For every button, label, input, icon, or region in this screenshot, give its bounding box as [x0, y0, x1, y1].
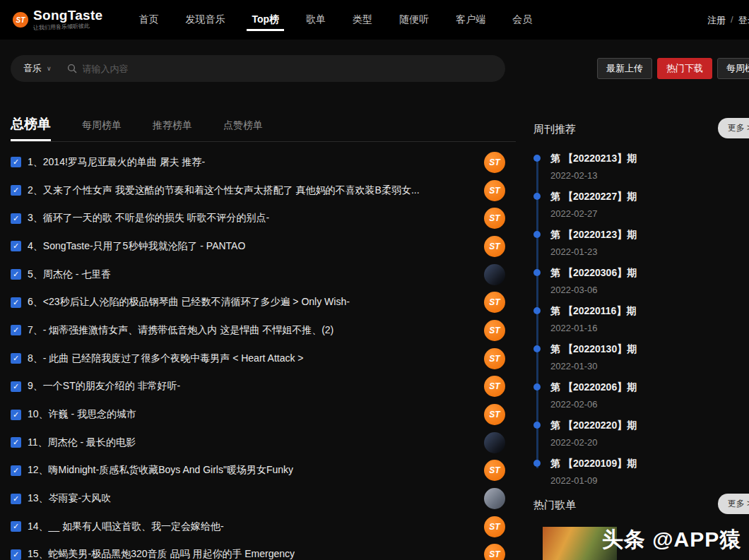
song-checkbox-icon[interactable]: ✓ [11, 157, 21, 167]
issue-date: 2022-02-20 [550, 437, 749, 448]
issue-label: 第 【20220206】期 [550, 381, 749, 394]
timeline-dot-icon [533, 460, 541, 467]
weekly-issue-item[interactable]: 第 【20220227】期 2022-02-27 [533, 191, 749, 219]
song-checkbox-icon[interactable]: ✓ [11, 297, 21, 308]
song-title: 8、- 此曲 已经陪我度过了很多个夜晚中毒男声 < Heart Attack > [28, 352, 304, 365]
auth-separator: / [731, 14, 733, 27]
song-checkbox-icon[interactable]: ✓ [11, 437, 21, 448]
nav-item-discover[interactable]: 发现音乐 [172, 0, 238, 40]
song-checkbox-icon[interactable]: ✓ [11, 241, 21, 251]
song-checkbox-icon[interactable]: ✓ [11, 549, 21, 560]
song-row[interactable]: ✓ 14、__ 如果有人唱这首歌、我一定会嫁给他- ST [11, 513, 505, 541]
song-row[interactable]: ✓ 5、周杰伦 - 七里香 [11, 261, 505, 289]
weekly-issue-item[interactable]: 第 【20220123】期 2022-01-23 [533, 229, 749, 257]
issue-date: 2022-01-30 [550, 361, 749, 371]
weekly-issue-item[interactable]: 第 【20220206】期 2022-02-06 [533, 381, 749, 410]
songtaste-logo[interactable]: ST SongTaste 让我们用音乐倾听彼此 [13, 8, 102, 32]
uploader-avatar[interactable] [484, 264, 505, 285]
uploader-avatar[interactable] [484, 432, 505, 453]
search-category-dropdown[interactable]: 音乐 [23, 62, 42, 75]
song-checkbox-icon[interactable]: ✓ [11, 521, 21, 532]
weekly-recommend-header: 周刊推荐 更多 > [533, 120, 749, 138]
top-header: ST SongTaste 让我们用音乐倾听彼此 首页 发现音乐 Top榜 歌单 … [0, 0, 749, 40]
nav-item-top-chart[interactable]: Top榜 [238, 0, 293, 40]
song-row[interactable]: ✓ 6、<23秒后让人沦陷的极品钢琴曲 已经数不清循环了多少遍 > Only W… [11, 288, 505, 316]
weekly-issue-item[interactable]: 第 【20220116】期 2022-01-16 [533, 305, 749, 333]
song-row[interactable]: ✓ 13、岑雨宴-大风吹 [11, 484, 505, 513]
song-checkbox-icon[interactable]: ✓ [11, 381, 21, 392]
nav-item-random-listen[interactable]: 随便听 [386, 0, 442, 40]
uploader-avatar[interactable]: ST [484, 320, 505, 341]
weekly-issue-item[interactable]: 第 【20220220】期 2022-02-20 [533, 419, 749, 448]
song-list: ✓ 1、2014!罗马尼亚最火的单曲 屠夫 推荐- ST ✓ 2、又来了个性女声… [11, 148, 505, 560]
logo-name: SongTaste [33, 8, 102, 23]
song-row[interactable]: ✓ 3、循环了一天的歌 不听是你的损失 听歌不评分的别点- ST [11, 204, 505, 232]
weekly-issue-item[interactable]: 第 【20220213】期 2022-02-13 [533, 153, 749, 181]
uploader-avatar[interactable]: ST [484, 460, 505, 481]
chart-main: 总榜单 每周榜单 推荐榜单 点赞榜单 ✓ 1、2014!罗马尼亚最火的单曲 屠夫… [11, 115, 505, 560]
uploader-avatar[interactable]: ST [484, 236, 505, 257]
main-nav: 首页 发现音乐 Top榜 歌单 类型 随便听 客户端 会员 [125, 0, 545, 40]
latest-upload-button[interactable]: 最新上传 [597, 58, 652, 79]
song-row[interactable]: ✓ 10、许巍 - 我思念的城市 ST [11, 400, 505, 429]
uploader-avatar[interactable]: ST [484, 376, 505, 397]
weekly-issue-item[interactable]: 第 【20220130】期 2022-01-30 [533, 343, 749, 371]
weekly-issue-item[interactable]: 第 【20220109】期 2022-01-09 [533, 458, 749, 486]
song-checkbox-icon[interactable]: ✓ [11, 213, 21, 224]
uploader-avatar[interactable]: ST [484, 180, 505, 201]
song-row[interactable]: ✓ 7、- 烟蒂强推激情女声、请携带低音炮入内 这是悍曲 不悍姐不推、(2) S… [11, 316, 505, 345]
nav-item-home[interactable]: 首页 [125, 0, 172, 40]
uploader-avatar[interactable]: ST [484, 404, 505, 425]
songtaste-logo-icon: ST [13, 12, 28, 28]
search-input[interactable] [83, 64, 493, 74]
song-row[interactable]: ✓ 15、蛇蝎美男-极品黑炮320音质 品吗 用起你的手 Emergency S… [11, 541, 505, 560]
register-link[interactable]: 注册 [707, 14, 726, 27]
uploader-avatar[interactable]: ST [484, 292, 505, 313]
tab-likes-chart[interactable]: 点赞榜单 [223, 119, 263, 132]
timeline-dot-icon [533, 193, 541, 200]
weekly-issue-timeline: 第 【20220213】期 2022-02-13 第 【20220227】期 2… [533, 153, 749, 486]
nav-item-vip[interactable]: 会员 [499, 0, 545, 40]
song-row[interactable]: ✓ 1、2014!罗马尼亚最火的单曲 屠夫 推荐- ST [11, 148, 505, 177]
uploader-avatar[interactable] [484, 488, 505, 509]
weekly-issue-item[interactable]: 第 【20220306】期 2022-03-06 [533, 267, 749, 295]
song-title: 10、许巍 - 我思念的城市 [28, 408, 136, 421]
uploader-avatar[interactable]: ST [484, 544, 505, 560]
issue-label: 第 【20220213】期 [550, 153, 749, 165]
nav-item-playlists[interactable]: 歌单 [293, 0, 339, 40]
uploader-avatar[interactable]: ST [484, 348, 505, 369]
tab-recommend-chart[interactable]: 推荐榜单 [153, 119, 192, 132]
song-row[interactable]: ✓ 11、周杰伦 - 最长的电影 [11, 429, 505, 457]
tab-weekly-chart[interactable]: 每周榜单 [82, 119, 122, 132]
uploader-avatar[interactable]: ST [484, 208, 505, 229]
uploader-avatar[interactable]: ST [484, 152, 505, 173]
song-checkbox-icon[interactable]: ✓ [11, 185, 21, 196]
timeline-dot-icon [533, 231, 541, 238]
issue-label: 第 【20220109】期 [550, 458, 749, 470]
song-title: 14、__ 如果有人唱这首歌、我一定会嫁给他- [28, 520, 224, 533]
song-row[interactable]: ✓ 8、- 此曲 已经陪我度过了很多个夜晚中毒男声 < Heart Attack… [11, 345, 505, 373]
song-title: 12、嗨Midnight-质感私货收藏Boys And Girls"暖场男女Fu… [28, 464, 293, 477]
issue-label: 第 【20220220】期 [550, 419, 749, 432]
weekly-more-button[interactable]: 更多 > [718, 118, 749, 138]
song-checkbox-icon[interactable]: ✓ [11, 353, 21, 364]
song-row[interactable]: ✓ 4、SongTaste-只用了5秒钟我就沦陷了 - PANTAO ST [11, 232, 505, 261]
timeline-dot-icon [533, 307, 541, 314]
song-row[interactable]: ✓ 12、嗨Midnight-质感私货收藏Boys And Girls"暖场男女… [11, 457, 505, 485]
song-checkbox-icon[interactable]: ✓ [11, 494, 21, 504]
login-link[interactable]: 登录 [738, 14, 749, 27]
song-checkbox-icon[interactable]: ✓ [11, 410, 21, 420]
nav-item-genres[interactable]: 类型 [339, 0, 386, 40]
hot-download-button[interactable]: 热门下载 [657, 58, 712, 79]
issue-label: 第 【20220227】期 [550, 191, 749, 203]
song-checkbox-icon[interactable]: ✓ [11, 465, 21, 476]
uploader-avatar[interactable]: ST [484, 516, 505, 537]
song-checkbox-icon[interactable]: ✓ [11, 269, 21, 280]
song-row[interactable]: ✓ 2、又来了个性女声 我爱这酷的节奏和着这个性女声太搭配了 真他妈的不喜欢装B… [11, 177, 505, 205]
song-checkbox-icon[interactable]: ✓ [11, 325, 21, 335]
weekly-chart-button[interactable]: 每周榜单 [717, 58, 749, 79]
nav-item-client[interactable]: 客户端 [442, 0, 499, 40]
tab-total-chart[interactable]: 总榜单 [11, 115, 51, 141]
hot-more-button[interactable]: 更多 > [718, 494, 749, 514]
song-row[interactable]: ✓ 9、一个ST的朋友介绍的 非常好听- ST [11, 373, 505, 401]
